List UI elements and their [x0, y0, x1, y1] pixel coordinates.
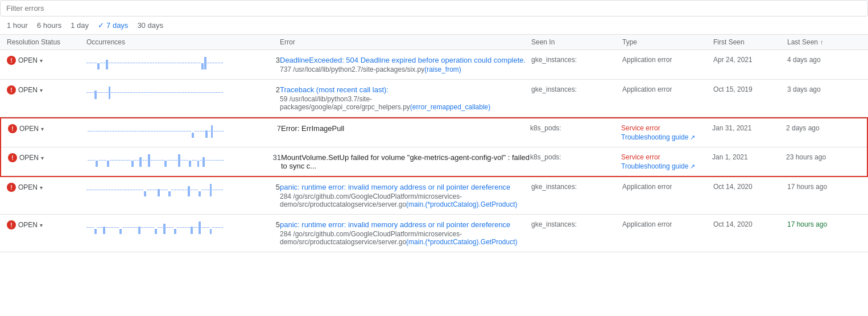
seen-in: gke_instances:: [531, 183, 622, 191]
error-details: Traceback (most recent call last): 59 /u…: [280, 85, 531, 111]
sort-arrow-icon: ↑: [820, 39, 824, 46]
col-error: Error: [280, 38, 531, 46]
status-label: OPEN: [18, 56, 38, 64]
sparkline-cell: [86, 56, 246, 69]
last-seen: 17 hours ago: [787, 220, 861, 228]
error-title[interactable]: panic: runtime error: invalid memory add…: [280, 183, 531, 191]
filter-input[interactable]: [0, 0, 868, 17]
error-subtitle: 737 /usr/local/lib/python2.7/site-packag…: [280, 65, 531, 73]
dropdown-arrow-icon[interactable]: ▾: [41, 126, 44, 132]
col-first-seen: First Seen: [713, 38, 787, 46]
error-file: 737 /usr/local/lib/python2.7/site-packag…: [280, 65, 424, 73]
last-seen: 3 days ago: [787, 85, 861, 93]
table-row: ! OPEN ▾ 7 Error: ErrImagePull k8s_pods:…: [1, 118, 867, 147]
troubleshooting-link[interactable]: Troubleshooting guide ↗: [621, 162, 712, 170]
table-body: ! OPEN ▾ 3 DeadlineExceeded: 504 Deadlin…: [0, 50, 868, 252]
table-row: ! OPEN ▾ 5 panic: runtime error: invalid…: [0, 177, 868, 215]
error-details: MountVolume.SetUp failed for volume "gke…: [281, 153, 530, 170]
first-seen: Jan 1, 2021: [712, 153, 786, 161]
check-icon: ✓: [98, 21, 104, 30]
troubleshooting-link[interactable]: Troubleshooting guide ↗: [621, 133, 712, 141]
first-seen: Oct 14, 2020: [713, 183, 787, 191]
col-resolution-status: Resolution Status: [7, 38, 86, 46]
col-last-seen[interactable]: Last Seen ↑: [787, 38, 861, 46]
resolution-status[interactable]: ! OPEN ▾: [7, 183, 86, 192]
dropdown-arrow-icon[interactable]: ▾: [40, 222, 43, 228]
sparkline-cell: [86, 220, 246, 234]
type: Application error: [622, 183, 713, 191]
error-link[interactable]: (error_remapped_callable): [410, 103, 490, 111]
seen-in: gke_instances:: [531, 85, 622, 93]
occurrences-count: 7: [247, 124, 281, 133]
sparkline-cell: [86, 85, 246, 99]
dropdown-arrow-icon[interactable]: ▾: [40, 87, 43, 93]
error-title[interactable]: Traceback (most recent call last):: [280, 85, 531, 94]
dropdown-arrow-icon[interactable]: ▾: [40, 58, 43, 64]
resolution-status[interactable]: ! OPEN ▾: [7, 220, 86, 229]
first-seen: Jan 31, 2021: [712, 124, 786, 132]
first-seen: Apr 24, 2021: [713, 56, 787, 64]
error-icon: !: [7, 220, 16, 229]
table-row: ! OPEN ▾ 31 MountVolume.SetUp failed for…: [1, 147, 867, 176]
col-type: Type: [622, 38, 713, 46]
col-occurrences-count: [246, 38, 280, 46]
status-label: OPEN: [18, 86, 38, 94]
error-title[interactable]: MountVolume.SetUp failed for volume "gke…: [281, 153, 530, 170]
filter-bar: [0, 0, 868, 17]
seen-in: gke_instances:: [531, 56, 622, 64]
type: Application error: [622, 56, 713, 64]
type: Application error: [622, 85, 713, 93]
status-label: OPEN: [18, 183, 38, 191]
seen-in: gke_instances:: [531, 220, 622, 228]
error-link[interactable]: (raise_from): [424, 65, 461, 73]
resolution-status[interactable]: ! OPEN ▾: [8, 124, 88, 133]
error-details: Error: ErrImagePull: [281, 124, 530, 133]
occurrences-count: 5: [246, 183, 280, 191]
error-title[interactable]: panic: runtime error: invalid memory add…: [280, 220, 531, 229]
seen-in: k8s_pods:: [530, 124, 621, 132]
status-label: OPEN: [19, 125, 39, 133]
error-title[interactable]: Error: ErrImagePull: [281, 124, 530, 133]
error-icon: !: [7, 183, 16, 192]
time-option-1h[interactable]: 1 hour: [7, 21, 28, 30]
occurrences-count: 3: [246, 56, 280, 64]
error-icon: !: [7, 85, 16, 95]
type: Service error Troubleshooting guide ↗: [621, 153, 712, 170]
last-seen: 17 hours ago: [787, 183, 861, 191]
col-seen-in: Seen In: [531, 38, 622, 46]
error-title[interactable]: DeadlineExceeded: 504 Deadline expired b…: [280, 56, 531, 64]
sparkline-cell: [88, 124, 247, 138]
resolution-status[interactable]: ! OPEN ▾: [8, 153, 88, 162]
dropdown-arrow-icon[interactable]: ▾: [40, 184, 43, 191]
error-subtitle: 59 /usr/local/lib/python3.7/site-package…: [280, 95, 531, 111]
first-seen: Oct 15, 2019: [713, 85, 787, 93]
error-icon: !: [8, 124, 17, 133]
time-option-30d[interactable]: 30 days: [137, 21, 163, 30]
type-label: Service error: [621, 153, 712, 161]
error-link[interactable]: (main.(*productCatalog).GetProduct): [406, 238, 517, 246]
status-label: OPEN: [18, 221, 38, 229]
dropdown-arrow-icon[interactable]: ▾: [41, 155, 44, 161]
highlighted-group: ! OPEN ▾ 7 Error: ErrImagePull k8s_pods:…: [0, 117, 868, 177]
occurrences-count: 5: [246, 220, 280, 229]
time-option-6h[interactable]: 6 hours: [37, 21, 61, 30]
type: Application error: [622, 220, 713, 228]
status-label: OPEN: [19, 154, 39, 162]
last-seen: 2 days ago: [786, 124, 860, 132]
type: Service error Troubleshooting guide ↗: [621, 124, 712, 141]
error-subtitle: 284 /go/src/github.com/GoogleCloudPlatfo…: [280, 192, 531, 208]
occurrences-count: 2: [246, 85, 280, 94]
table-row: ! OPEN ▾ 3 DeadlineExceeded: 504 Deadlin…: [0, 50, 868, 80]
time-option-1d[interactable]: 1 day: [71, 21, 89, 30]
sparkline-cell: [88, 153, 247, 167]
resolution-status[interactable]: ! OPEN ▾: [7, 56, 86, 65]
error-link[interactable]: (main.(*productCatalog).GetProduct): [406, 200, 517, 208]
error-icon: !: [7, 56, 16, 65]
error-subtitle: 284 /go/src/github.com/GoogleCloudPlatfo…: [280, 230, 531, 246]
last-seen: 23 hours ago: [786, 153, 860, 161]
time-option-7d[interactable]: ✓ 7 days: [98, 21, 128, 30]
error-file: 59 /usr/local/lib/python3.7/site-package…: [280, 95, 410, 111]
resolution-status[interactable]: ! OPEN ▾: [7, 85, 86, 95]
error-details: panic: runtime error: invalid memory add…: [280, 183, 531, 208]
time-bar: 1 hour 6 hours 1 day ✓ 7 days 30 days: [0, 17, 868, 35]
